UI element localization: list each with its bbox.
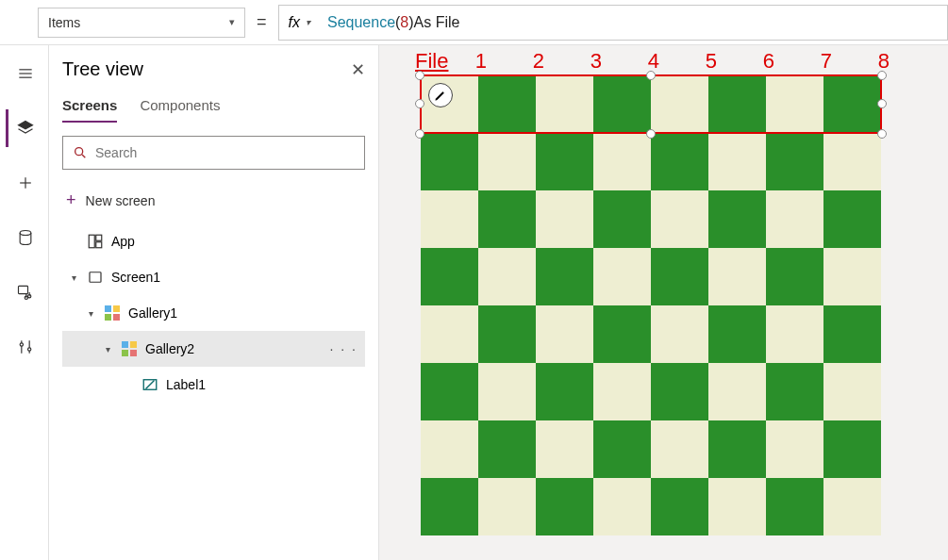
tree-node-label: App [111,234,135,249]
formula-token-fn: Sequence [327,14,395,31]
edit-template-button[interactable] [428,83,453,107]
board-square [536,363,593,420]
tree-view-panel: Tree view ✕ Screens Components + New scr… [49,45,379,560]
tree-node-gallery1[interactable]: ▾ Gallery1 [62,295,365,331]
search-box[interactable] [62,136,365,170]
tree: App ▾ Screen1 ▾ Gallery1 ▾ Gallery2 · · … [62,223,365,403]
new-screen-label: New screen [86,193,156,208]
insert-button[interactable] [6,164,43,202]
annotation-col: 7 [797,49,855,74]
annotation-col: 1 [452,49,509,74]
formula-token-number: 8 [400,14,408,31]
board-square [766,133,823,190]
annotation-col: 2 [509,49,567,74]
tree-view-button[interactable] [6,109,43,147]
resize-handle[interactable] [415,99,424,108]
svg-line-29 [146,381,155,389]
board-square [478,363,536,420]
annotation-col: 3 [567,49,624,74]
resize-handle[interactable] [415,71,424,80]
chevron-down-icon: ▾ [85,308,96,319]
resize-handle[interactable] [646,129,656,139]
formula-bar: Items ▾ = fx ▾ Sequence(8) As File [0,0,948,45]
board-square [421,363,478,420]
tree-node-screen1[interactable]: ▾ Screen1 [62,259,365,295]
svg-rect-7 [19,286,28,293]
board-square [593,248,651,305]
tree-node-label: Gallery1 [128,305,177,321]
resize-handle[interactable] [877,129,887,139]
property-dropdown[interactable]: Items ▾ [38,8,245,38]
resize-handle[interactable] [646,71,656,80]
search-input[interactable] [95,145,355,160]
tree-node-label1[interactable]: Label1 [62,367,365,403]
board-square [708,305,766,363]
annotation-numbers: 1 2 3 4 5 6 7 8 [452,49,912,74]
chessboard [421,75,881,535]
fx-button[interactable]: fx ▾ [278,5,320,41]
board-square [708,363,766,420]
board-square [421,420,478,478]
resize-handle[interactable] [415,129,424,139]
board-square [478,420,536,478]
close-panel-button[interactable]: ✕ [351,59,365,80]
svg-rect-26 [122,350,128,356]
left-rail [0,45,49,560]
chevron-down-icon: ▾ [68,272,79,283]
board-square [823,248,881,305]
tab-screens[interactable]: Screens [62,97,117,123]
tree-node-gallery2[interactable]: ▾ Gallery2 · · · [62,331,365,367]
resize-handle[interactable] [877,71,887,80]
svg-point-9 [28,295,31,298]
svg-rect-22 [105,314,111,321]
more-button[interactable]: · · · [330,341,358,356]
hamburger-button[interactable] [6,55,43,92]
board-square [593,478,651,535]
tab-components[interactable]: Components [140,97,220,123]
panel-tabs: Screens Components [62,97,365,123]
canvas[interactable]: File 1 2 3 4 5 6 7 8 [379,45,948,560]
annotation-col: 4 [624,49,682,74]
board-square [593,420,651,478]
media-button[interactable] [6,273,43,311]
board-square [651,248,708,305]
board-square [766,420,823,478]
gallery-icon [104,305,121,321]
tree-node-app[interactable]: App [62,223,365,259]
media-icon [16,283,35,302]
settings-icon [16,338,35,356]
board-square [593,190,651,248]
tools-button[interactable] [6,328,43,366]
board-square [823,363,881,420]
svg-point-14 [75,148,83,156]
svg-point-13 [28,348,31,351]
data-button[interactable] [6,219,43,256]
board-square [823,133,881,190]
board-square [651,478,708,535]
resize-handle[interactable] [877,99,887,108]
board-square [421,305,478,363]
selection-rect[interactable] [420,74,882,134]
svg-point-11 [20,343,23,346]
property-dropdown-value: Items [48,15,80,30]
board-square [823,305,881,363]
board-square [536,478,593,535]
board-square [478,305,536,363]
board-square [823,478,881,535]
svg-rect-16 [89,235,94,248]
gallery-icon [121,340,138,357]
svg-rect-20 [105,305,111,312]
svg-rect-18 [96,242,102,248]
search-icon [73,145,88,160]
board-square [651,420,708,478]
formula-input[interactable]: Sequence(8) As File [320,5,948,41]
svg-rect-17 [96,235,102,240]
board-square [478,133,536,190]
board-square [478,248,536,305]
pencil-icon [434,89,447,102]
board-square [708,190,766,248]
label-icon [141,376,158,393]
svg-line-15 [82,155,85,157]
new-screen-button[interactable]: + New screen [62,183,365,218]
screen-icon [87,269,104,286]
